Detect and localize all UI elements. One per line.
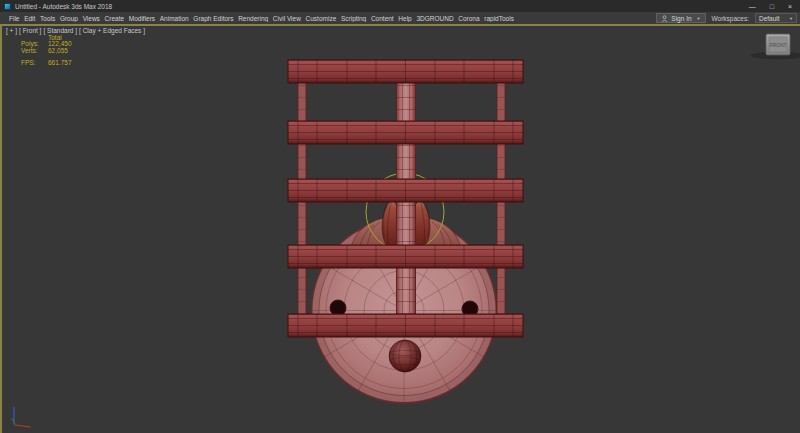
stats-fps-value: 661.757 — [48, 60, 72, 66]
lamp-slat[interactable] — [288, 179, 523, 202]
world-axis-icon — [12, 407, 30, 427]
menu-item[interactable]: Tools — [40, 15, 55, 22]
title-bar: Untitled - Autodesk 3ds Max 2018 — □ × — [0, 0, 800, 12]
minimize-button[interactable]: — — [749, 3, 756, 10]
menu-item[interactable]: rapidTools — [484, 15, 514, 22]
axis-x-red — [15, 425, 30, 427]
viewport-label-segment[interactable]: [ Clay + Edged Faces ] — [79, 27, 145, 34]
workspace-value: Default — [759, 15, 780, 22]
lamp-slat[interactable] — [288, 121, 523, 144]
viewport-front[interactable]: FRONT [ + ] [ Front ] [ Standard ] [ Cla… — [0, 24, 800, 433]
menu-item[interactable]: Animation — [160, 15, 189, 22]
window-controls: — □ × — [749, 3, 792, 10]
viewport-label: [ + ] [ Front ] [ Standard ] [ Clay + Ed… — [6, 27, 145, 34]
workspace-dropdown[interactable]: Default ▼ — [755, 13, 797, 23]
viewcube-front-face-label[interactable]: FRONT — [769, 42, 786, 48]
menu-item[interactable]: Rendering — [238, 15, 268, 22]
menu-item[interactable]: Scripting — [341, 15, 366, 22]
3ds-max-window: Untitled - Autodesk 3ds Max 2018 — □ × F… — [0, 0, 800, 433]
lamp-slat[interactable] — [288, 314, 523, 337]
menu-item[interactable]: Group — [60, 15, 78, 22]
statistics-overlay: Total Polys: 122,450 Verts: 62,055 FPS: — [21, 35, 72, 66]
menu-item[interactable]: Create — [105, 15, 125, 22]
stats-row: Verts: 62,055 — [21, 48, 72, 54]
lamp-model[interactable] — [288, 60, 523, 403]
chevron-down-icon: ▼ — [697, 16, 701, 21]
lamp-slat[interactable] — [288, 60, 523, 83]
workspaces-label: Workspaces: — [712, 15, 749, 22]
viewport-label-segment[interactable]: [ Front ] — [19, 27, 41, 34]
menu-item[interactable]: Content — [371, 15, 394, 22]
stats-rows: Polys: 122,450 Verts: 62,055 — [21, 41, 72, 54]
sign-in-button[interactable]: Sign In ▼ — [656, 13, 705, 23]
menu-item[interactable]: Views — [83, 15, 100, 22]
menu-bar: File Edit Tools Group Views Create Modif… — [0, 12, 800, 24]
chevron-down-icon: ▼ — [789, 16, 793, 21]
menu-items: File Edit Tools Group Views Create Modif… — [0, 15, 514, 22]
stats-row-value: 62,055 — [48, 48, 72, 54]
menu-item[interactable]: 3DGROUND — [416, 15, 453, 22]
stats-fps-row: FPS: 661.757 — [21, 60, 72, 66]
menu-item[interactable]: Customize — [306, 15, 337, 22]
window-title: Untitled - Autodesk 3ds Max 2018 — [15, 3, 112, 10]
menu-item[interactable]: Edit — [24, 15, 35, 22]
menu-item[interactable]: File — [9, 15, 19, 22]
viewport-label-segment[interactable]: [ Standard ] — [43, 27, 77, 34]
stats-fps-label: FPS: — [21, 60, 46, 66]
sign-in-label: Sign In — [671, 15, 691, 22]
user-icon — [661, 15, 668, 22]
menu-item[interactable]: Corona — [458, 15, 479, 22]
stats-row-label: Verts: — [21, 48, 46, 54]
viewport-label-segment[interactable]: [ + ] — [6, 27, 17, 34]
maximize-button[interactable]: □ — [770, 3, 774, 10]
menu-item[interactable]: Help — [398, 15, 411, 22]
viewcube[interactable]: FRONT — [750, 34, 800, 60]
menu-item[interactable]: Modifiers — [129, 15, 155, 22]
3ds-max-logo-icon — [4, 3, 11, 10]
lamp-slat[interactable] — [288, 245, 523, 268]
close-button[interactable]: × — [788, 3, 792, 10]
menu-item[interactable]: Graph Editors — [193, 15, 233, 22]
menu-item[interactable]: Civil View — [273, 15, 301, 22]
sphere-knob[interactable] — [389, 340, 421, 372]
3d-scene[interactable]: FRONT — [2, 26, 800, 433]
menubar-right: Sign In ▼ Workspaces: Default ▼ — [656, 13, 797, 23]
